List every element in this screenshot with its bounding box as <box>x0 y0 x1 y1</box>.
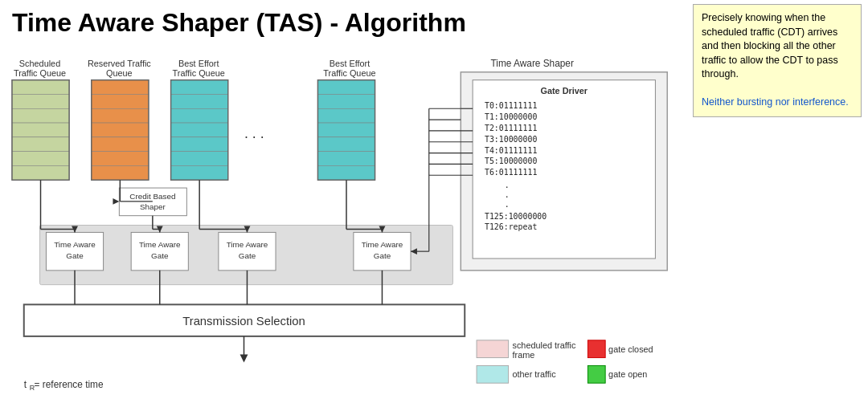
svg-text:Transmission Selection: Transmission Selection <box>182 315 305 328</box>
svg-text:frame: frame <box>513 350 535 360</box>
svg-marker-104 <box>411 248 417 254</box>
svg-text:Time Aware: Time Aware <box>227 240 268 249</box>
svg-text:T3:10000000: T3:10000000 <box>485 135 537 144</box>
svg-rect-42 <box>461 72 667 271</box>
svg-text:Shaper: Shaper <box>140 202 166 211</box>
svg-rect-27 <box>171 108 228 123</box>
svg-rect-64 <box>131 232 188 270</box>
main-container: Time Aware Shaper (TAS) - Algorithm Prec… <box>0 0 868 403</box>
svg-text:Reserved Traffic: Reserved Traffic <box>88 59 151 68</box>
svg-rect-15 <box>12 165 69 180</box>
svg-rect-61 <box>46 232 103 270</box>
svg-text:Scheduled: Scheduled <box>19 59 60 68</box>
svg-rect-73 <box>24 304 465 336</box>
svg-rect-40 <box>317 165 375 180</box>
svg-marker-81 <box>113 198 119 205</box>
svg-marker-110 <box>240 355 248 363</box>
svg-rect-26 <box>171 94 228 108</box>
svg-text:Traffic Queue: Traffic Queue <box>14 68 66 78</box>
svg-rect-118 <box>588 365 605 383</box>
svg-rect-16 <box>12 80 69 181</box>
svg-rect-36 <box>317 108 375 123</box>
svg-rect-17 <box>92 80 149 95</box>
svg-rect-29 <box>171 137 228 152</box>
svg-text:T126:repeat: T126:repeat <box>485 222 537 231</box>
svg-text:t: t <box>24 379 27 390</box>
svg-marker-89 <box>244 226 251 233</box>
svg-text:T6:01111111: T6:01111111 <box>485 168 537 177</box>
svg-rect-30 <box>171 152 228 166</box>
svg-text:Best Effort: Best Effort <box>178 59 219 68</box>
svg-rect-41 <box>317 80 375 181</box>
svg-text:T0:01111111: T0:01111111 <box>485 101 537 110</box>
svg-rect-111 <box>477 340 509 358</box>
svg-rect-19 <box>92 108 149 123</box>
svg-rect-67 <box>219 232 276 270</box>
svg-rect-32 <box>171 80 228 181</box>
svg-rect-18 <box>92 94 149 108</box>
svg-rect-10 <box>12 94 69 108</box>
svg-marker-78 <box>72 226 78 233</box>
svg-marker-93 <box>379 226 386 233</box>
diagram-svg: Scheduled Traffic Queue Reserved Traffic… <box>8 55 683 400</box>
svg-text:Time Aware: Time Aware <box>54 240 96 249</box>
tooltip-box: Precisely knowing when the scheduled tra… <box>693 4 862 117</box>
svg-rect-58 <box>119 188 186 216</box>
svg-text:gate open: gate open <box>608 369 647 379</box>
svg-text:Traffic Queue: Traffic Queue <box>323 68 375 78</box>
tooltip-text: Precisely knowing when the scheduled tra… <box>702 12 838 79</box>
svg-rect-114 <box>588 340 605 358</box>
svg-rect-38 <box>317 137 375 152</box>
svg-rect-13 <box>12 137 69 152</box>
svg-text:Gate: Gate <box>66 251 84 260</box>
svg-rect-9 <box>12 80 69 95</box>
svg-text:= reference time: = reference time <box>35 379 104 390</box>
svg-rect-14 <box>12 152 69 166</box>
svg-text:Gate: Gate <box>374 251 391 260</box>
svg-text:Time Aware: Time Aware <box>139 240 181 249</box>
svg-text:Gate: Gate <box>151 251 169 260</box>
svg-rect-25 <box>171 80 228 95</box>
svg-text:Best Effort: Best Effort <box>330 59 371 68</box>
svg-text:T5:10000000: T5:10000000 <box>485 157 537 165</box>
tooltip-highlight: Neither bursting nor interference. <box>702 96 849 108</box>
svg-text:.: . <box>505 181 510 189</box>
svg-rect-43 <box>473 80 655 258</box>
svg-rect-21 <box>92 137 149 152</box>
svg-text:Traffic Queue: Traffic Queue <box>173 68 225 78</box>
svg-marker-85 <box>157 226 163 233</box>
svg-text:gate closed: gate closed <box>608 344 653 354</box>
svg-text:Gate Driver: Gate Driver <box>540 86 588 96</box>
svg-rect-12 <box>12 123 69 137</box>
svg-text:Time Aware: Time Aware <box>362 240 403 249</box>
svg-rect-23 <box>92 165 149 180</box>
svg-text:scheduled traffic: scheduled traffic <box>513 340 576 350</box>
svg-text:.: . <box>505 200 510 209</box>
svg-text:T2:01111111: T2:01111111 <box>485 124 537 132</box>
svg-rect-20 <box>92 123 149 137</box>
svg-rect-24 <box>92 80 149 181</box>
svg-rect-70 <box>354 232 411 270</box>
svg-rect-57 <box>40 226 453 285</box>
svg-text:Gate: Gate <box>239 251 256 260</box>
svg-rect-31 <box>171 165 228 180</box>
svg-text:.: . <box>505 190 510 199</box>
svg-rect-28 <box>171 123 228 137</box>
svg-rect-22 <box>92 152 149 166</box>
svg-text:Time Aware Shaper: Time Aware Shaper <box>491 58 574 69</box>
svg-rect-34 <box>317 80 375 95</box>
svg-text:. . .: . . . <box>244 125 264 141</box>
svg-text:T1:10000000: T1:10000000 <box>485 112 537 121</box>
svg-rect-37 <box>317 123 375 137</box>
svg-text:other traffic: other traffic <box>513 369 557 379</box>
svg-rect-39 <box>317 152 375 166</box>
svg-rect-35 <box>317 94 375 108</box>
svg-text:T4:01111111: T4:01111111 <box>485 146 537 155</box>
svg-text:R: R <box>30 384 35 392</box>
svg-text:Queue: Queue <box>106 68 133 78</box>
svg-rect-11 <box>12 108 69 123</box>
svg-text:T125:10000000: T125:10000000 <box>485 212 547 221</box>
svg-text:Credit Based: Credit Based <box>129 192 175 201</box>
svg-rect-116 <box>477 365 509 383</box>
